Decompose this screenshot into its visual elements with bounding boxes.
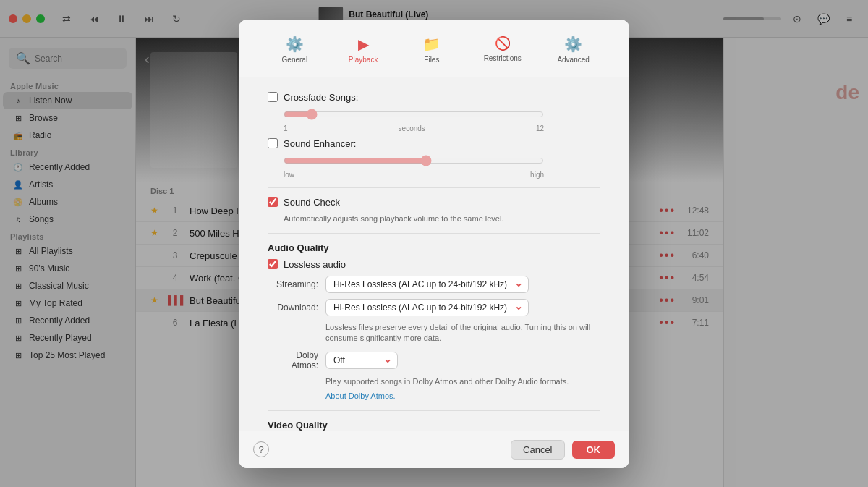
advanced-icon: ⚙️ xyxy=(564,35,582,53)
crossfade-slider-container: 1 seconds 12 xyxy=(284,109,600,132)
restrictions-icon: 🚫 xyxy=(495,35,511,51)
lossless-checkbox[interactable] xyxy=(268,259,278,269)
streaming-quality-row: Streaming: Hi-Res Lossless (ALAC up to 2… xyxy=(268,276,600,293)
sound-enhancer-row: Sound Enhancer: xyxy=(268,138,600,149)
dolby-select[interactable]: Off xyxy=(326,352,398,369)
modal-toolbar: ⚙️ General ▶ Playback 📁 Files 🚫 Restrict… xyxy=(239,20,629,77)
tab-files[interactable]: 📁 Files xyxy=(407,31,457,68)
dolby-row: Dolby Atmos: Off xyxy=(268,350,600,370)
crossfade-max: 12 xyxy=(536,124,544,132)
enhancer-labels: low high xyxy=(284,171,544,179)
video-quality-title: Video Quality xyxy=(268,420,600,430)
dolby-label: Dolby Atmos: xyxy=(268,350,318,370)
tab-label: Playback xyxy=(349,56,378,64)
sound-enhancer-slider[interactable] xyxy=(284,155,544,166)
streaming-select[interactable]: Hi-Res Lossless (ALAC up to 24-bit/192 k… xyxy=(326,276,529,293)
dolby-link[interactable]: About Dolby Atmos. xyxy=(326,391,396,400)
tab-label: Advanced xyxy=(557,56,589,64)
sound-check-label: Sound Check xyxy=(284,197,340,208)
modal-body: Crossfade Songs: 1 seconds 12 Sound Enha… xyxy=(239,77,629,431)
ok-button[interactable]: OK xyxy=(572,441,616,459)
download-select-wrapper: Hi-Res Lossless (ALAC up to 24-bit/192 k… xyxy=(326,299,529,316)
crossfade-label: Crossfade Songs: xyxy=(284,92,358,103)
crossfade-checkbox[interactable] xyxy=(268,92,278,102)
streaming-label: Streaming: xyxy=(268,279,318,289)
lossless-label: Lossless audio xyxy=(284,259,346,270)
audio-quality-title: Audio Quality xyxy=(268,242,600,253)
tab-label: Restrictions xyxy=(484,54,522,62)
modal-footer: ? Cancel OK xyxy=(239,431,629,468)
crossfade-slider[interactable] xyxy=(284,109,544,120)
general-icon: ⚙️ xyxy=(286,35,304,53)
crossfade-row: Crossfade Songs: xyxy=(268,92,600,103)
download-select[interactable]: Hi-Res Lossless (ALAC up to 24-bit/192 k… xyxy=(326,299,529,316)
enhancer-low: low xyxy=(284,171,294,179)
download-label: Download: xyxy=(268,302,318,313)
tab-advanced[interactable]: ⚙️ Advanced xyxy=(548,31,599,68)
tab-label: General xyxy=(282,56,308,64)
cancel-button[interactable]: Cancel xyxy=(511,440,564,460)
download-quality-row: Download: Hi-Res Lossless (ALAC up to 24… xyxy=(268,299,600,316)
tab-label: Files xyxy=(424,56,439,64)
sound-check-checkbox[interactable] xyxy=(268,197,278,207)
sound-enhancer-checkbox[interactable] xyxy=(268,138,278,148)
lossless-desc: Lossless files preserve every detail of … xyxy=(326,322,600,344)
preferences-modal: ⚙️ General ▶ Playback 📁 Files 🚫 Restrict… xyxy=(239,20,629,468)
playback-icon: ▶ xyxy=(358,35,369,53)
modal-overlay: ⚙️ General ▶ Playback 📁 Files 🚫 Restrict… xyxy=(0,0,868,487)
lossless-row: Lossless audio xyxy=(268,259,600,270)
tab-playback[interactable]: ▶ Playback xyxy=(338,31,388,68)
sound-enhancer-label: Sound Enhancer: xyxy=(284,138,356,149)
crossfade-unit: seconds xyxy=(399,124,425,132)
crossfade-min: 1 xyxy=(284,124,288,132)
sound-check-row: Sound Check xyxy=(268,197,600,208)
tab-restrictions[interactable]: 🚫 Restrictions xyxy=(475,31,530,68)
files-icon: 📁 xyxy=(422,35,441,53)
help-button[interactable]: ? xyxy=(253,441,269,457)
crossfade-labels: 1 seconds 12 xyxy=(284,124,544,132)
dolby-desc: Play supported songs in Dolby Atmos and … xyxy=(326,376,600,387)
dolby-select-wrapper: Off xyxy=(326,352,398,369)
sound-check-desc: Automatically adjusts song playback volu… xyxy=(284,213,600,224)
streaming-select-wrapper: Hi-Res Lossless (ALAC up to 24-bit/192 k… xyxy=(326,276,529,293)
tab-general[interactable]: ⚙️ General xyxy=(269,31,320,68)
enhancer-high: high xyxy=(530,171,544,179)
